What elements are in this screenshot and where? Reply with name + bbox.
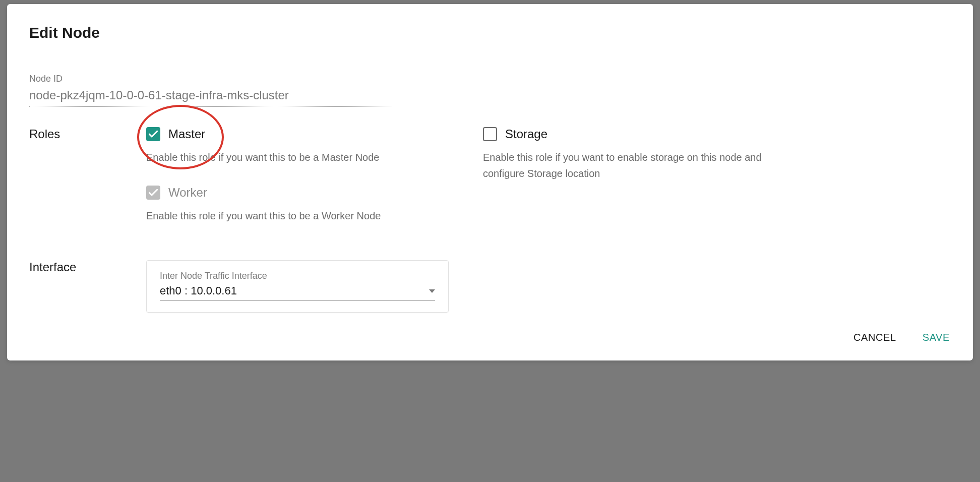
storage-helper: Enable this role if you want to enable s… [483,149,806,182]
interface-label: Interface [29,260,146,274]
node-id-input[interactable] [29,86,392,107]
dialog-actions: CANCEL SAVE [29,329,951,346]
dialog-title: Edit Node [29,24,951,41]
roles-row: Roles Master Enable this role if you wan… [29,127,951,244]
edit-node-dialog: Edit Node Node ID Roles Master Enable th… [7,4,973,360]
check-icon [149,131,158,138]
interface-select-card: Inter Node Traffic Interface eth0 : 10.0… [146,260,449,313]
interface-row: Interface Inter Node Traffic Interface e… [29,260,951,313]
storage-checkbox[interactable] [483,127,497,141]
save-button[interactable]: SAVE [922,329,951,346]
worker-helper: Enable this role if you want this to be … [146,208,451,224]
interface-select-value: eth0 : 10.0.0.61 [160,284,237,297]
master-checkbox-row: Master [146,127,451,141]
interface-select[interactable]: eth0 : 10.0.0.61 [160,282,435,301]
check-icon [149,189,158,196]
master-helper: Enable this role if you want this to be … [146,149,451,165]
roles-col-left: Master Enable this role if you want this… [146,127,451,244]
roles-container: Master Enable this role if you want this… [146,127,951,244]
roles-col-right: Storage Enable this role if you want to … [483,127,806,244]
storage-label: Storage [505,127,547,141]
master-label: Master [168,127,205,141]
node-id-label: Node ID [29,74,951,84]
chevron-down-icon [429,289,435,293]
worker-label: Worker [168,186,207,200]
interface-select-label: Inter Node Traffic Interface [160,271,435,281]
roles-label: Roles [29,127,146,141]
worker-checkbox [146,186,160,200]
node-id-field: Node ID [29,74,951,107]
cancel-button[interactable]: CANCEL [852,329,897,346]
worker-checkbox-row: Worker [146,186,451,200]
storage-checkbox-row: Storage [483,127,806,141]
master-checkbox[interactable] [146,127,160,141]
